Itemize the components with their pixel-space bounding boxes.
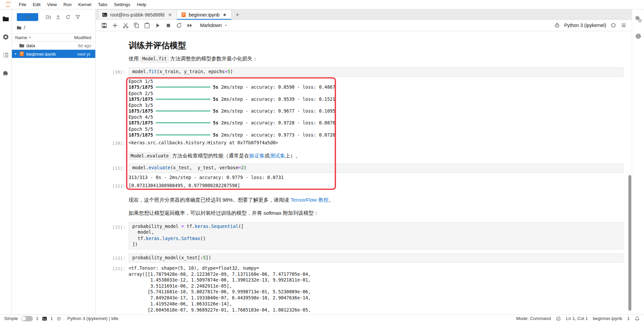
kernel-icon[interactable] <box>56 316 62 321</box>
name-column-label: Name <box>15 35 27 40</box>
tab-root-ins-psbbk-965d88fd[interactable]: root@ins-psbbk-965d88fd <box>98 9 177 19</box>
interrupt-kernel-button[interactable] <box>164 21 173 30</box>
markdown-link[interactable]: TensorFlow 教程 <box>290 197 329 203</box>
menu-item-kernel[interactable]: Kernel <box>75 2 94 7</box>
right-activity-bar <box>632 9 644 314</box>
markdown-link[interactable]: 测试集 <box>270 153 285 158</box>
modified-column-label[interactable]: Modified <box>74 35 91 40</box>
plus-icon <box>25 14 30 20</box>
settings-gear-icon[interactable] <box>634 32 642 40</box>
breadcrumb-root[interactable]: / <box>24 25 25 30</box>
code-cell: [11]:model.evaluate(x_test, y_test, verb… <box>96 164 632 173</box>
debugger-bug-icon[interactable] <box>554 22 560 28</box>
kernel-name-button[interactable]: Python 3 (ipykernel) <box>564 23 606 28</box>
home-folder-icon[interactable] <box>17 25 22 30</box>
menu-item-run[interactable]: Run <box>60 2 75 7</box>
code-editor[interactable]: model.fit(x_train, y_train, epochs=5) <box>128 67 623 77</box>
markdown-cell: Model.evaluate 方法会检查模型的性能（通常是在验证集或测试集上）。 <box>96 151 632 160</box>
execution-count: [13]: <box>96 265 129 313</box>
file-row-beginner.ipynb[interactable]: beginner.ipynbnext yr. <box>12 50 95 58</box>
markdown-span: 。 <box>329 197 334 203</box>
close-tab-icon[interactable] <box>167 12 173 18</box>
notebook-icon <box>181 12 186 18</box>
menu-item-edit[interactable]: Edit <box>29 2 44 7</box>
statusbar-filename: beginner.ipynb <box>593 316 622 321</box>
cell-output-stream: Epoch 1/51875/1875 ━━━━━━━━━━━━━━━━━━━━ … <box>96 79 632 138</box>
simple-mode-toggle[interactable] <box>21 316 33 321</box>
execution-count: [10]: <box>96 140 129 146</box>
code-editor[interactable]: probability_model(x_test[:5]) <box>128 253 623 262</box>
filter-files-button[interactable] <box>75 14 81 20</box>
mode-indicator: Mode: Command <box>516 316 551 321</box>
open-indicator-spacer <box>14 44 17 47</box>
tab-label: root@ins-psbbk-965d88fd <box>110 12 165 17</box>
tab-beginner-ipynb[interactable]: beginner.ipynb <box>176 9 232 19</box>
run-cell-button[interactable] <box>153 21 162 30</box>
notifications-count[interactable]: 1 <box>627 316 630 321</box>
chevron-down-icon <box>224 23 228 27</box>
markdown-span: 方法调整您的模型参数并最小化损失： <box>169 56 257 62</box>
code-editor[interactable]: model.evaluate(x_test, y_test, verbose=2… <box>128 164 623 173</box>
cell-type-dropdown[interactable]: Markdown <box>200 23 228 28</box>
epoch-header: Epoch 4/5 <box>128 114 623 120</box>
extension-manager-icon[interactable] <box>2 69 9 77</box>
menubar-items: FileEditViewRunKernelTabsSettingsHelp <box>16 2 149 7</box>
file-list: data8d agobeginner.ipynbnext yr. <box>12 41 95 314</box>
table-of-contents-icon[interactable] <box>2 51 9 59</box>
notebook-toolbar: Markdown Python 3 (ipykernel) <box>96 20 632 31</box>
menu-item-view[interactable]: View <box>44 2 60 7</box>
newfolder-icon <box>45 14 51 20</box>
copy-cells-button[interactable] <box>132 21 141 30</box>
cut-cells-button[interactable] <box>121 21 130 30</box>
sort-by-name-header[interactable]: Name <box>15 35 32 40</box>
new-folder-button[interactable] <box>45 14 51 20</box>
file-row-data[interactable]: data8d ago <box>12 41 95 50</box>
restart-kernel-button[interactable] <box>175 21 184 30</box>
epoch-header: Epoch 1/5 <box>128 79 623 85</box>
terminal-icon[interactable] <box>42 316 47 321</box>
insert-cell-below-button[interactable] <box>111 21 120 30</box>
scrollbar-thumb[interactable] <box>628 175 632 311</box>
upload-files-button[interactable] <box>56 14 61 20</box>
paste-icon <box>144 22 151 29</box>
trusted-check-icon <box>556 316 561 321</box>
markdown-span: 方法会检查模型的性能（通常是在 <box>171 153 249 158</box>
bell-icon[interactable] <box>635 316 640 321</box>
code-editor[interactable]: probability_model = tf.keras.Sequential(… <box>128 222 623 249</box>
new-tab-button[interactable] <box>233 10 242 19</box>
cursor-position[interactable]: Ln 1, Col 1 <box>566 316 588 321</box>
file-browser-icon[interactable] <box>2 15 9 23</box>
property-inspector-icon[interactable] <box>634 15 642 23</box>
tab-bar-tabs: root@ins-psbbk-965d88fdbeginner.ipynb <box>98 9 231 19</box>
more-commands-icon[interactable] <box>621 22 627 28</box>
restart-and-run-all-button[interactable] <box>185 21 194 30</box>
menu-item-help[interactable]: Help <box>134 2 150 7</box>
refresh-file-list-button[interactable] <box>65 14 71 20</box>
main-dock-panel: root@ins-psbbk-965d88fdbeginner.ipynb Ma… <box>96 9 632 314</box>
toggle-knob <box>22 316 26 320</box>
markdown-link[interactable]: 验证集 <box>249 153 265 158</box>
markdown-span: 如果您想让模型返回概率，可以封装经过训练的模型，并将 softmax 附加到该模… <box>128 210 319 216</box>
save-button[interactable] <box>100 21 109 30</box>
kernel-status-text[interactable]: Python 3 (ipykernel) | Idle <box>67 316 119 321</box>
terminals-count: 1 <box>36 316 38 321</box>
markdown-cell: 现在，这个照片分类器的准确度已经达到 98%。想要了解更多，请阅读 Tensor… <box>96 196 632 205</box>
notebook-scrollbar[interactable] <box>628 31 632 315</box>
execution-count: [10]: <box>96 67 129 77</box>
markdown-heading-cell: 训练并评估模型 <box>96 39 632 51</box>
running-sessions-icon[interactable] <box>2 33 9 41</box>
markdown-text: 使用 Model.fit 方法调整您的模型参数并最小化损失： <box>128 54 623 63</box>
filter-icon <box>75 14 81 20</box>
runall-icon <box>186 22 193 29</box>
menu-item-file[interactable]: File <box>16 2 29 7</box>
code-cell: [12]:probability_model = tf.keras.Sequen… <box>96 222 632 249</box>
breadcrumb: / <box>12 24 95 33</box>
epoch-header: Epoch 5/5 <box>128 126 623 133</box>
menu-item-tabs[interactable]: Tabs <box>95 2 111 7</box>
inline-code: Model.evaluate <box>128 152 171 160</box>
paste-cells-button[interactable] <box>143 21 152 30</box>
menu-item-settings[interactable]: Settings <box>111 2 134 7</box>
new-launcher-button[interactable] <box>17 13 38 21</box>
output-text: <tf.Tensor: shape=(5, 10), dtype=float32… <box>128 265 623 313</box>
code-line: model.evaluate(x_test, y_test, verbose=2… <box>132 165 620 171</box>
